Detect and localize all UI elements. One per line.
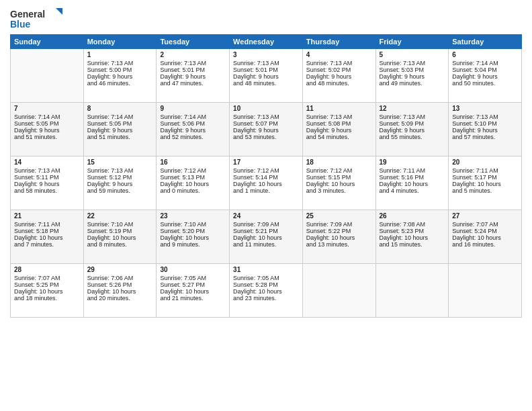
day-number: 21 [14,212,80,220]
svg-text:Blue: Blue [10,19,31,30]
cell-content-line: Daylight: 10 hours [306,181,372,187]
cell-content-line: Sunrise: 7:11 AM [14,221,80,228]
calendar-cell: 11Sunrise: 7:13 AMSunset: 5:08 PMDayligh… [302,103,375,156]
calendar-cell: 31Sunrise: 7:05 AMSunset: 5:28 PMDayligh… [230,264,303,318]
cell-content-line: Sunset: 5:24 PM [452,228,518,234]
cell-content-line: Sunset: 5:18 PM [14,228,80,234]
day-number: 1 [87,51,153,58]
calendar-cell: 29Sunrise: 7:06 AMSunset: 5:26 PMDayligh… [83,264,157,318]
cell-content-line: Sunset: 5:07 PM [233,120,299,127]
calendar-cell: 12Sunrise: 7:13 AMSunset: 5:09 PMDayligh… [375,103,449,156]
calendar-cell: 22Sunrise: 7:10 AMSunset: 5:19 PMDayligh… [83,210,157,264]
calendar-cell: 14Sunrise: 7:13 AMSunset: 5:11 PMDayligh… [11,156,84,210]
cell-content-line: and 59 minutes. [87,187,153,194]
cell-content-line: Sunrise: 7:06 AM [87,275,153,281]
cell-content-line: Sunset: 5:08 PM [306,120,372,127]
cell-content-line: Sunset: 5:03 PM [380,66,445,73]
cell-content-line: and 48 minutes. [233,80,299,87]
cell-content-line: and 13 minutes. [306,241,372,248]
cell-content-line: Sunrise: 7:10 AM [87,221,153,228]
cell-content-line: and 50 minutes. [452,80,518,87]
cell-content-line: Daylight: 10 hours [160,181,226,187]
day-number: 3 [233,51,299,58]
cell-content-line: Sunset: 5:17 PM [452,174,518,181]
cell-content-line: Sunset: 5:10 PM [452,120,518,127]
cell-content-line: and 51 minutes. [87,134,153,140]
cell-content-line: Sunset: 5:20 PM [160,228,226,234]
cell-content-line: and 8 minutes. [87,241,153,248]
cell-content-line: Sunset: 5:00 PM [87,66,153,73]
cell-content-line: Sunset: 5:15 PM [306,174,372,181]
day-number: 19 [380,158,445,166]
day-number: 16 [160,158,226,166]
cell-content-line: Sunrise: 7:11 AM [380,167,445,174]
cell-content-line: Daylight: 9 hours [452,127,518,134]
cell-content-line: Sunrise: 7:13 AM [452,113,518,120]
cell-content-line: Daylight: 9 hours [14,127,80,134]
cell-content-line: and 57 minutes. [452,134,518,140]
calendar-day-header: Friday [375,35,449,49]
cell-content-line: and 52 minutes. [160,134,226,140]
calendar-header-row: SundayMondayTuesdayWednesdayThursdayFrid… [11,35,522,49]
cell-content-line: Daylight: 10 hours [380,181,445,187]
calendar-week-row: 21Sunrise: 7:11 AMSunset: 5:18 PMDayligh… [11,210,522,264]
cell-content-line: Sunset: 5:11 PM [14,174,80,181]
cell-content-line: and 53 minutes. [233,134,299,140]
cell-content-line: Sunrise: 7:12 AM [233,167,299,174]
cell-content-line: and 49 minutes. [380,80,445,87]
calendar-day-header: Thursday [302,35,375,49]
cell-content-line: Sunset: 5:04 PM [452,66,518,73]
logo-svg: General Blue [10,7,64,30]
cell-content-line: Sunrise: 7:14 AM [87,113,153,120]
calendar-day-header: Monday [83,35,157,49]
calendar-week-row: 7Sunrise: 7:14 AMSunset: 5:05 PMDaylight… [11,103,522,156]
cell-content-line: Daylight: 9 hours [306,127,372,134]
calendar-cell [375,264,449,318]
calendar-cell [449,264,522,318]
day-number: 15 [87,158,153,166]
calendar-cell: 3Sunrise: 7:13 AMSunset: 5:01 PMDaylight… [230,49,303,103]
calendar-cell: 4Sunrise: 7:13 AMSunset: 5:02 PMDaylight… [302,49,375,103]
day-number: 26 [380,212,445,220]
calendar-cell: 16Sunrise: 7:12 AMSunset: 5:13 PMDayligh… [157,156,230,210]
cell-content-line: Sunset: 5:12 PM [87,174,153,181]
cell-content-line: Sunrise: 7:13 AM [233,60,299,66]
calendar-day-header: Wednesday [230,35,303,49]
cell-content-line: Sunrise: 7:12 AM [306,167,372,174]
day-number: 23 [160,212,226,220]
cell-content-line: Daylight: 10 hours [452,234,518,241]
day-number: 31 [233,266,299,273]
cell-content-line: Daylight: 9 hours [452,73,518,80]
calendar-day-header: Tuesday [157,35,230,49]
day-number: 30 [160,266,226,273]
cell-content-line: Daylight: 9 hours [233,73,299,80]
cell-content-line: Sunset: 5:27 PM [160,281,226,288]
cell-content-line: Daylight: 9 hours [160,127,226,134]
day-number: 10 [233,105,299,112]
calendar-cell [302,264,375,318]
cell-content-line: and 21 minutes. [160,295,226,302]
calendar-cell: 1Sunrise: 7:13 AMSunset: 5:00 PMDaylight… [83,49,157,103]
cell-content-line: Daylight: 10 hours [233,288,299,295]
calendar-cell: 7Sunrise: 7:14 AMSunset: 5:05 PMDaylight… [11,103,84,156]
day-number: 28 [14,266,80,273]
cell-content-line: Sunset: 5:13 PM [160,174,226,181]
cell-content-line: Sunset: 5:05 PM [14,120,80,127]
cell-content-line: Sunset: 5:25 PM [14,281,80,288]
calendar-cell: 18Sunrise: 7:12 AMSunset: 5:15 PMDayligh… [302,156,375,210]
cell-content-line: Sunset: 5:26 PM [87,281,153,288]
cell-content-line: and 18 minutes. [14,295,80,302]
day-number: 5 [380,51,445,58]
cell-content-line: Sunrise: 7:07 AM [452,221,518,228]
calendar-cell: 13Sunrise: 7:13 AMSunset: 5:10 PMDayligh… [449,103,522,156]
cell-content-line: Sunrise: 7:11 AM [452,167,518,174]
cell-content-line: Sunrise: 7:13 AM [306,113,372,120]
cell-content-line: Daylight: 9 hours [87,181,153,187]
cell-content-line: and 15 minutes. [380,241,445,248]
cell-content-line: Sunrise: 7:13 AM [87,60,153,66]
cell-content-line: Sunset: 5:22 PM [306,228,372,234]
logo: General Blue [10,7,64,30]
calendar-cell: 17Sunrise: 7:12 AMSunset: 5:14 PMDayligh… [230,156,303,210]
cell-content-line: Daylight: 10 hours [452,181,518,187]
svg-text:General: General [10,9,45,19]
